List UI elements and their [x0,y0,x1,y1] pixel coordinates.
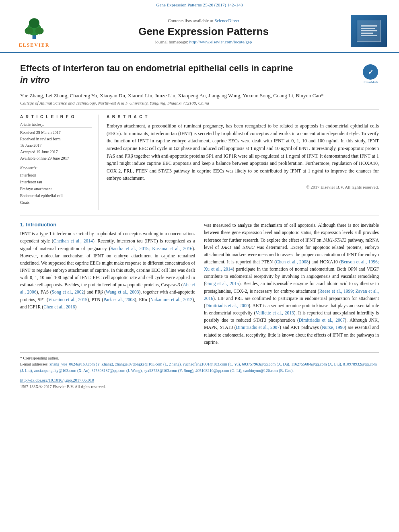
authors: Yue Zhang, Lei Zhang, Chaofeng Yu, Xiaoy… [20,89,379,101]
right-logo-box [351,15,387,47]
right-logo-inner [357,20,381,42]
logo-line-2 [361,28,375,29]
elsevier-brand-text: ELSEVIER [19,42,50,48]
svg-point-4 [29,18,39,28]
keyword-1: Interferon [20,172,92,179]
email-note: E-mail addresses: zhang_yue_0624@163.com… [20,361,379,374]
article-info-col: A R T I C L E I N F O Article history: R… [20,115,99,210]
right-logo-lines [361,25,377,36]
ref-chen2016: Chen et al., 2016 [43,304,75,309]
svg-point-2 [25,27,33,35]
contents-label: Contents lists available at [168,18,213,23]
revised-date: 16 June 2017 [20,142,92,149]
ref-nakamura: Nakamura et al., 2012 [150,297,193,302]
elsevier-logo: ELSEVIER [12,13,56,48]
keyword-3: Embryo attachment [20,185,92,192]
ref-park: Park et al., 2008 [103,297,135,302]
crossmark-badge[interactable]: ✓ CrossMark [363,64,379,80]
received-date: Received 29 March 2017 [20,129,92,136]
intro-number: 1. [20,222,26,228]
article-info-abstract: A R T I C L E I N F O Article history: R… [20,109,379,210]
keyword-2: Interferon tau [20,179,92,185]
corresponding-note: * Corresponding author. [20,355,379,362]
doi-section: http://dx.doi.org/10.1016/j.gep.2017.06.… [20,377,379,383]
abstract-label: A B S T R A C T [107,115,379,119]
ref-veillette: Veillette et al., 2013 [255,310,294,315]
keywords-label: Keywords: [20,166,92,170]
abstract-text: Embryo attachment, a precondition of rum… [107,122,379,182]
ref-dimitriadis2007: Dimitriadis et al., 2007 [299,318,345,322]
crossmark-circle: ✓ [363,64,378,80]
issn-line: 1567-133X/© 2017 Elsevier B.V. All right… [20,383,379,390]
ref-dimitriadis2000: Dimitriadis et al., 2000 [206,303,249,308]
logo-line-4 [361,33,373,34]
sciencedirect-link[interactable]: ScienceDirect [214,18,239,23]
available-date: Available online 29 June 2017 [20,155,92,162]
crossmark-icon: ✓ [368,68,373,76]
intro-paragraph-2: was measured to analyze the mechanism of… [204,222,379,346]
body-right-col: was measured to analyze the mechanism of… [204,222,379,346]
journal-homepage-line: journal homepage: http://www.elsevier.co… [56,39,351,44]
ref-chen2008: Chen et al., 2008 [276,259,309,264]
footnote-section: * Corresponding author. E-mail addresses… [20,352,379,374]
history-label: Article history: [20,122,92,128]
ref-song: Song et al., 2002 [52,290,84,294]
article-title-text: Effects of interferon tau on endometrial… [20,63,359,86]
journal-info-text: Gene Expression Patterns 25-26 (2017) 14… [156,2,243,7]
keyword-5: Goats [20,199,92,206]
ref-gong: Gong et al., 2015 [206,281,239,286]
ref-dimitriadis2007b: Dimitriadis et al., 2007 [236,325,280,330]
issn-text: 1567-133X/© 2017 Elsevier B.V. All right… [20,384,106,389]
homepage-label: journal homepage: [155,39,188,44]
body-two-col: 1. Introduction IFNT is a type 1 interfe… [20,222,379,346]
article-title-section: Effects of interferon tau on endometrial… [20,57,379,89]
ref-sandra: Sandra et al., 2015; Kusama et al., 2016 [111,246,192,251]
article-main-title: Effects of interferon tau on endometrial… [20,63,359,86]
journal-info-bar: Gene Expression Patterns 25-26 (2017) 14… [0,0,399,9]
title-part1: Effects of interferon tau on endometrial… [20,63,293,73]
ref-chethan: Chethan et al., 2014 [53,238,93,243]
intro-heading: 1. Introduction [20,222,195,228]
elsevier-tree-icon [20,13,48,41]
journal-title: Gene Expression Patterns [56,25,351,38]
revised-label: Received in revised form [20,136,92,142]
section-divider [20,216,379,216]
ref-wang: Wang et al., 2003 [106,290,139,294]
contents-line: Contents lists available at ScienceDirec… [56,17,351,24]
journal-center-block: Contents lists available at ScienceDirec… [56,17,351,44]
doi-link[interactable]: http://dx.doi.org/10.1016/j.gep.2017.06.… [20,378,94,382]
ref-reese: Reese et al., 1999; Zavan et al., 2016 [204,289,379,301]
intro-title: Introduction [26,222,56,228]
main-content: Effects of interferon tau on endometrial… [0,53,399,398]
affiliation: College of Animal Science and Technology… [20,101,379,109]
svg-point-3 [35,27,44,35]
logo-line-3 [361,30,377,31]
copyright: © 2017 Elsevier B.V. All rights reserved… [107,182,379,189]
intro-paragraph-1: IFNT is a type 1 interferon secreted by … [20,230,195,310]
accepted-date: Accepted 19 June 2017 [20,149,92,155]
keyword-4: Endometrial epithelial cell [20,192,92,199]
journal-header: ELSEVIER Contents lists available at Sci… [0,9,399,53]
history-subsection: Article history: Received 29 March 2017 … [20,122,92,162]
logo-line-1 [361,25,377,27]
homepage-url[interactable]: http://www.elsevier.com/locate/gep [189,39,252,44]
intro-text-1: IFNT is a type 1 interferon secreted by … [20,231,195,309]
crossmark-label: CrossMark [363,80,379,84]
corresponding-label: * Corresponding author. [20,356,59,360]
email-list[interactable]: zhang_yue_0624@163.com (Y. Zhang), zhang… [20,362,377,373]
abstract-col: A B S T R A C T Embryo attachment, a pre… [107,115,379,210]
title-part2: in vitro [20,75,49,85]
article-info-label: A R T I C L E I N F O [20,115,92,119]
body-left-col: 1. Introduction IFNT is a type 1 interfe… [20,222,195,346]
ref-vizcaino: Vizcaino et al., 2015 [48,297,88,302]
ref-nurse: Nurse, 1990 [322,325,345,330]
email-header: E-mail addresses: [20,362,49,366]
keywords-subsection: Keywords: Interferon Interferon tau Embr… [20,166,92,206]
logo-line-5 [361,35,377,36]
